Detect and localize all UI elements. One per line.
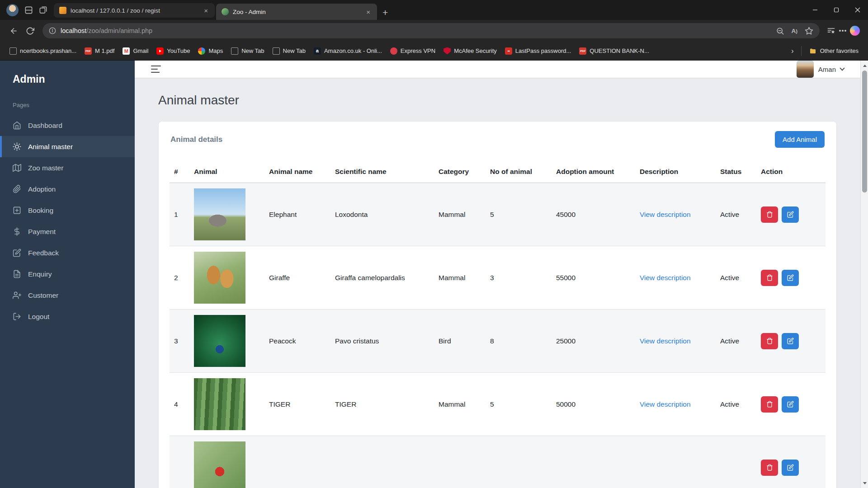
- animal-photo: [194, 378, 245, 430]
- tab-strip: localhost / 127.0.0.1 / zoo / regist × Z…: [54, 0, 388, 20]
- close-button[interactable]: [847, 0, 868, 20]
- folder-icon: [809, 47, 816, 55]
- browser-profile-avatar[interactable]: [6, 4, 19, 16]
- zoom-icon[interactable]: [776, 27, 784, 35]
- delete-button[interactable]: [761, 333, 778, 349]
- action-cell: [756, 454, 826, 481]
- page-title: Animal master: [158, 93, 837, 108]
- bookmark-item[interactable]: YouTube: [152, 45, 194, 57]
- sidebar-item-customer[interactable]: Customer: [0, 285, 135, 306]
- view-description-link[interactable]: View description: [640, 400, 691, 408]
- scientific-name: Pavo cristatus: [330, 332, 434, 351]
- scroll-down-arrow[interactable]: [861, 479, 868, 487]
- sidebar-item-feedback[interactable]: Feedback: [0, 242, 135, 263]
- trash-icon: [766, 338, 773, 344]
- bookmark-item[interactable]: Express VPN: [386, 45, 439, 57]
- maximize-button[interactable]: [826, 0, 847, 20]
- delete-button[interactable]: [761, 396, 778, 413]
- tab-localhost[interactable]: localhost / 127.0.0.1 / zoo / regist ×: [54, 3, 215, 18]
- bookmark-label: New Tab: [283, 47, 306, 54]
- scientific-name: TIGER: [330, 395, 434, 414]
- refresh-button[interactable]: [22, 23, 38, 39]
- page-icon: [231, 47, 238, 55]
- back-button[interactable]: [5, 23, 22, 39]
- maps-icon: [198, 47, 205, 55]
- sidebar-item-zoo-master[interactable]: Zoo master: [0, 157, 135, 178]
- workspaces-icon[interactable]: [24, 6, 33, 14]
- bookmark-item[interactable]: ncertbooks.prashan...: [5, 45, 80, 57]
- sidebar-item-booking[interactable]: Booking: [0, 200, 135, 221]
- bookmark-item[interactable]: M 1.pdf: [80, 45, 118, 57]
- page-icon: [9, 47, 17, 55]
- sidebar-item-logout[interactable]: Logout: [0, 306, 135, 327]
- sidebar-item-enquiry[interactable]: Enquiry: [0, 263, 135, 285]
- bookmarks-overflow-chevron[interactable]: ›: [788, 47, 797, 56]
- tab-close-icon[interactable]: ×: [365, 8, 372, 16]
- favorites-bar-icon[interactable]: [827, 27, 835, 35]
- user-menu[interactable]: Aman: [797, 61, 844, 78]
- bookmark-item[interactable]: LastPass password...: [501, 45, 576, 57]
- new-tab-button[interactable]: +: [382, 8, 388, 17]
- site-info-icon[interactable]: [49, 27, 56, 34]
- bookmark-item[interactable]: QUESTION BANK-N...: [575, 45, 653, 57]
- read-aloud-icon[interactable]: A): [792, 28, 798, 34]
- bookmark-label: YouTube: [167, 47, 190, 54]
- bookmark-item[interactable]: New Tab: [227, 45, 268, 57]
- tab-close-icon[interactable]: ×: [203, 6, 209, 15]
- scroll-up-arrow[interactable]: [861, 61, 868, 70]
- expressvpn-icon: [390, 47, 397, 55]
- app-brand: Admin: [0, 61, 135, 90]
- bookmark-item[interactable]: Gmail: [118, 45, 152, 57]
- sidebar-item-label: Adoption: [28, 185, 56, 193]
- settings-menu-icon[interactable]: [842, 30, 844, 32]
- page-scrollbar[interactable]: [860, 61, 868, 488]
- col-header-adoption-amount: Adoption amount: [552, 161, 635, 183]
- sidebar-toggle-icon[interactable]: [151, 66, 161, 73]
- other-favorites-button[interactable]: Other favorites: [805, 45, 863, 57]
- table-row: 3 Peacock Pavo cristatus Bird 8 25000 Vi…: [170, 310, 826, 373]
- bookmark-item[interactable]: Maps: [194, 45, 227, 57]
- edit-button[interactable]: [782, 206, 799, 223]
- description-cell: View description: [635, 332, 716, 351]
- view-description-link[interactable]: View description: [640, 211, 691, 218]
- favorite-star-icon[interactable]: [805, 27, 813, 35]
- no-of-animal: 5: [486, 395, 552, 414]
- sidebar-item-animal-master[interactable]: Animal master: [0, 136, 135, 157]
- sidebar-item-payment[interactable]: Payment: [0, 221, 135, 242]
- tab-zoo-admin[interactable]: Zoo - Admin ×: [216, 4, 377, 20]
- bookmark-label: QUESTION BANK-N...: [590, 47, 649, 54]
- bookmark-label: New Tab: [241, 47, 264, 54]
- minimize-button[interactable]: [804, 0, 826, 20]
- row-number: 4: [170, 395, 189, 414]
- copilot-icon[interactable]: [850, 26, 860, 36]
- edit-button[interactable]: [782, 460, 799, 476]
- window-controls: [804, 0, 868, 20]
- delete-button[interactable]: [761, 206, 778, 223]
- tab-actions-icon[interactable]: [39, 6, 47, 14]
- row-number: 1: [170, 205, 189, 224]
- add-animal-button[interactable]: Add Animal: [775, 131, 825, 148]
- delete-button[interactable]: [761, 270, 778, 286]
- file-text-icon: [13, 270, 21, 278]
- bookmark-item[interactable]: New Tab: [269, 45, 310, 57]
- bookmark-item[interactable]: Amazon.co.uk - Onli...: [310, 45, 386, 57]
- mcafee-icon: [443, 47, 451, 55]
- sidebar-item-dashboard[interactable]: Dashboard: [0, 115, 135, 136]
- action-cell: [756, 201, 826, 228]
- no-of-animal: 8: [486, 332, 552, 351]
- edit-button[interactable]: [782, 333, 799, 349]
- address-bar[interactable]: localhost/zoo/admin/animal.php A): [42, 23, 820, 38]
- toolbar-right-cluster: [824, 26, 863, 36]
- user-avatar: [797, 61, 814, 78]
- delete-button[interactable]: [761, 460, 778, 476]
- bookmark-item[interactable]: McAfee Security: [439, 45, 501, 57]
- scrollbar-thumb[interactable]: [862, 70, 867, 192]
- edit-button[interactable]: [782, 396, 799, 413]
- trash-icon: [766, 211, 773, 218]
- view-description-link[interactable]: View description: [640, 274, 691, 282]
- view-description-link[interactable]: View description: [640, 337, 691, 345]
- pencil-icon: [787, 464, 794, 471]
- edit-button[interactable]: [782, 270, 799, 286]
- sidebar-item-adoption[interactable]: Adoption: [0, 178, 135, 200]
- amazon-icon: [314, 47, 321, 55]
